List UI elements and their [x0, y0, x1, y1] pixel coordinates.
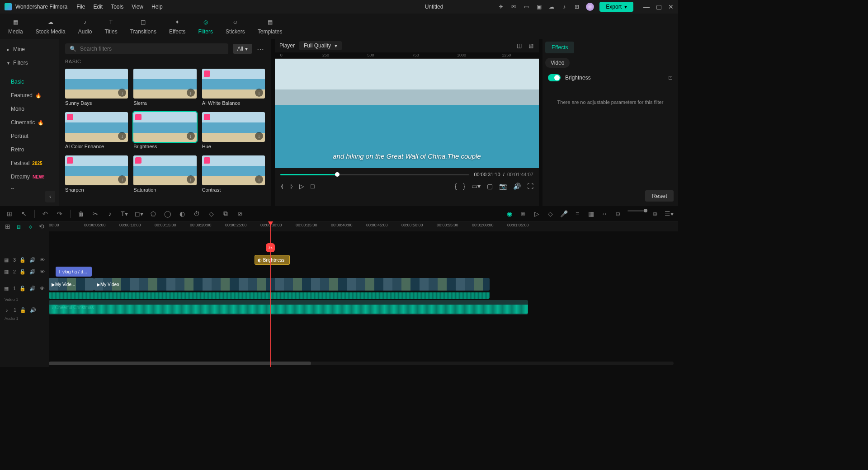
color-button[interactable]: ◐: [178, 210, 186, 217]
filter-thumb[interactable]: ↓: [65, 155, 128, 185]
track-1[interactable]: ▶ My Vide... ▶ My Video: [49, 277, 678, 299]
text-clip[interactable]: T vlog / a / d...: [56, 267, 92, 277]
sidebar-cat-cinematic[interactable]: Cinematic 🔥: [0, 116, 59, 129]
camera-icon[interactable]: 📷: [499, 183, 507, 190]
filter-contrast[interactable]: ↓Contrast: [202, 155, 265, 193]
search-box[interactable]: 🔍: [65, 43, 228, 54]
scrub-handle[interactable]: [335, 172, 340, 177]
tab-effects[interactable]: ✦Effects: [169, 18, 185, 35]
reset-button[interactable]: Reset: [645, 190, 674, 202]
timeline-scrollbar[interactable]: [49, 362, 674, 365]
download-icon[interactable]: ↓: [255, 89, 263, 97]
download-icon[interactable]: ↓: [118, 175, 126, 183]
tab-titles[interactable]: TTitles: [104, 18, 117, 35]
crop-button[interactable]: ◻▾: [135, 210, 143, 217]
message-icon[interactable]: ✉: [510, 3, 517, 10]
aspect-dropdown[interactable]: ▭▾: [472, 183, 481, 190]
maximize-button[interactable]: ▢: [656, 3, 662, 10]
display-button[interactable]: ▢: [487, 183, 493, 190]
sidebar-cat-festival[interactable]: Festival 2025: [0, 156, 59, 170]
scrollbar-thumb[interactable]: [49, 362, 311, 365]
user-avatar[interactable]: [586, 3, 594, 11]
zoom-slider[interactable]: [627, 210, 646, 212]
menu-edit[interactable]: Edit: [94, 4, 103, 10]
music-button[interactable]: ♪: [106, 210, 114, 217]
track-manage-icon[interactable]: ⊞: [4, 223, 11, 230]
cloud-icon[interactable]: ☁: [548, 3, 555, 10]
mark-out-button[interactable]: }: [463, 183, 465, 190]
sidebar-cat-dreamy[interactable]: Dreamy NEW!: [0, 170, 59, 183]
download-icon[interactable]: ↓: [187, 89, 195, 97]
undo-button[interactable]: ↶: [41, 210, 49, 217]
sidebar-cat-retro[interactable]: Retro: [0, 143, 59, 156]
filter-sierra[interactable]: ↓Sierra: [133, 69, 196, 106]
audio-track[interactable]: ♪ Cheerful Christmas: [49, 299, 678, 315]
sidebar-mine[interactable]: ▸Mine: [0, 42, 59, 56]
audio-clip[interactable]: ♪ Cheerful Christmas: [49, 300, 528, 315]
mute-icon[interactable]: 🔊: [30, 307, 36, 313]
split-button[interactable]: ✂: [91, 210, 99, 217]
redo-button[interactable]: ↷: [56, 210, 64, 217]
track-2[interactable]: T vlog / a / d...: [49, 266, 678, 277]
filter-sharpen[interactable]: ↓Sharpen: [65, 155, 128, 193]
zoom-in-button[interactable]: ⊕: [651, 210, 659, 217]
tab-filters[interactable]: ◎Filters: [198, 18, 213, 35]
next-frame-button[interactable]: ⦊: [290, 183, 293, 190]
video-clip-2[interactable]: ▶ My Video: [94, 278, 490, 291]
monitor-icon[interactable]: ▭: [523, 3, 530, 10]
shape-button[interactable]: ⬠: [149, 210, 157, 217]
scrub-bar[interactable]: [280, 174, 469, 175]
filter-thumb[interactable]: ↓: [133, 112, 196, 142]
text-button[interactable]: T▾: [120, 210, 128, 217]
apps-icon[interactable]: ⊞: [573, 3, 580, 10]
timeline-ruler[interactable]: 00:0000:00:05:0000:00:10:0000:00:15:0000…: [49, 221, 678, 231]
effect-settings-icon[interactable]: ⊡: [668, 75, 673, 81]
delete-button[interactable]: 🗑: [77, 210, 85, 217]
track-head-audio[interactable]: ♪1🔓🔊: [0, 302, 49, 318]
tab-stock-media[interactable]: ☁Stock Media: [36, 18, 66, 35]
minimize-button[interactable]: —: [643, 3, 650, 10]
filter-brightness[interactable]: ↓Brightness: [133, 112, 196, 149]
lock-icon[interactable]: 🔓: [19, 286, 26, 291]
filter-all-dropdown[interactable]: All▾: [233, 44, 252, 54]
filter-ai-color-enhance[interactable]: ↓AI Color Enhance: [65, 112, 128, 149]
link-icon[interactable]: ⟐: [26, 223, 34, 230]
magnet-icon[interactable]: ⧈: [15, 223, 23, 230]
filter-thumb[interactable]: ↓: [65, 112, 128, 142]
download-icon[interactable]: ↓: [118, 132, 126, 140]
menu-view[interactable]: View: [132, 4, 143, 10]
mixer-button[interactable]: ≡: [573, 210, 581, 217]
headset-icon[interactable]: ♪: [561, 3, 568, 10]
filter-sunny-days[interactable]: ↓Sunny Days: [65, 69, 128, 106]
sidebar-cat-scenery[interactable]: Scenery: [0, 183, 59, 189]
download-icon[interactable]: ↓: [255, 132, 263, 140]
speed-button[interactable]: ⏱: [193, 210, 201, 217]
fit-button[interactable]: ↔: [600, 210, 609, 217]
sidebar-cat-portrait[interactable]: Portrait: [0, 129, 59, 143]
menu-file[interactable]: File: [76, 4, 85, 10]
tab-transitions[interactable]: ◫Transitions: [130, 18, 156, 35]
effects-tab[interactable]: Effects: [545, 42, 574, 53]
grid-icon[interactable]: ⊞: [5, 210, 14, 217]
filter-thumb[interactable]: ↓: [202, 112, 265, 142]
filter-saturation[interactable]: ↓Saturation: [133, 155, 196, 193]
download-icon[interactable]: ↓: [187, 175, 195, 183]
download-icon[interactable]: ↓: [187, 132, 195, 140]
fullscreen-button[interactable]: ⛶: [527, 183, 533, 190]
keyframe-button[interactable]: ◇: [207, 210, 215, 217]
quality-dropdown[interactable]: Full Quality▾: [299, 41, 342, 50]
compare-view-icon[interactable]: ◫: [515, 42, 523, 49]
cursor-icon[interactable]: ↖: [20, 210, 28, 217]
record-button[interactable]: ⊚: [519, 210, 527, 217]
track-head-3[interactable]: ▦3🔓🔊👁: [0, 254, 49, 266]
video-subtab[interactable]: Video: [545, 58, 570, 68]
tab-stickers[interactable]: ☺Stickers: [226, 18, 245, 35]
tab-templates[interactable]: ▤Templates: [258, 18, 283, 35]
stop-button[interactable]: □: [311, 183, 314, 190]
mask-button[interactable]: ◯: [164, 210, 172, 217]
mark-in-button[interactable]: {: [455, 183, 457, 190]
filter-hue[interactable]: ↓Hue: [202, 112, 265, 149]
menu-help[interactable]: Help: [151, 4, 163, 10]
track-head-2[interactable]: ▦2🔓🔊👁: [0, 266, 49, 277]
sync-icon[interactable]: ⟲: [38, 223, 45, 230]
